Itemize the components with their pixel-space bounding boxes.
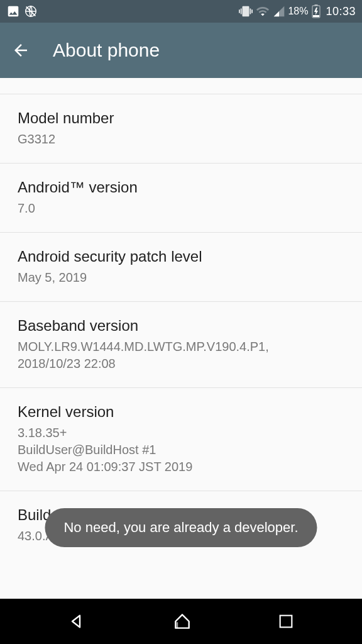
status-right: 18% 10:33 xyxy=(239,4,356,18)
list-item-label: Android™ version xyxy=(18,179,344,196)
list-item-value: May 5, 2019 xyxy=(18,269,344,286)
nav-back-button[interactable] xyxy=(67,611,87,631)
navigation-bar xyxy=(0,599,362,644)
list-item-android-version[interactable]: Android™ version 7.0 xyxy=(0,164,362,233)
list-item-label: Baseband version xyxy=(18,317,344,335)
svg-rect-3 xyxy=(315,4,318,6)
list-item-baseband[interactable]: Baseband version MOLY.LR9.W1444.MD.LWTG.… xyxy=(0,302,362,388)
content[interactable]: x Model number G3312 Android™ version 7.… xyxy=(0,78,362,599)
list-item-value: 7.0 xyxy=(18,200,344,217)
battery-percent: 18% xyxy=(288,6,308,17)
nav-recents-button[interactable] xyxy=(277,613,295,630)
wifi-icon xyxy=(255,4,270,18)
list-item-value: 3.18.35+ BuildUser@BuildHost #1 Wed Apr … xyxy=(18,425,344,475)
nav-home-button[interactable] xyxy=(172,611,192,631)
svg-rect-5 xyxy=(280,616,292,628)
globe-off-icon xyxy=(24,4,38,18)
page-title: About phone xyxy=(53,40,160,61)
clock: 10:33 xyxy=(326,5,356,18)
list-item-partial[interactable]: x xyxy=(0,78,362,94)
list-item-security-patch[interactable]: Android security patch level May 5, 2019 xyxy=(0,233,362,302)
signal-icon xyxy=(273,5,285,18)
status-left xyxy=(6,4,38,18)
vibrate-icon xyxy=(239,4,253,18)
back-button[interactable] xyxy=(11,41,30,60)
list-item-label: Model number xyxy=(18,109,344,127)
list-item-value: G3312 xyxy=(18,131,344,148)
list-item-kernel[interactable]: Kernel version 3.18.35+ BuildUser@BuildH… xyxy=(0,388,362,491)
list-item-label: Kernel version xyxy=(18,403,344,421)
image-icon xyxy=(6,4,20,18)
app-bar: About phone xyxy=(0,23,362,78)
status-bar: 18% 10:33 xyxy=(0,0,362,23)
list-item-model-number[interactable]: Model number G3312 xyxy=(0,94,362,164)
list-item-value: MOLY.LR9.W1444.MD.LWTG.MP.V190.4.P1, 201… xyxy=(18,338,344,372)
list-item-label: Android security patch level xyxy=(18,248,344,265)
battery-charging-icon xyxy=(312,4,321,18)
toast: No need, you are already a developer. xyxy=(45,508,317,547)
svg-rect-4 xyxy=(313,15,319,17)
